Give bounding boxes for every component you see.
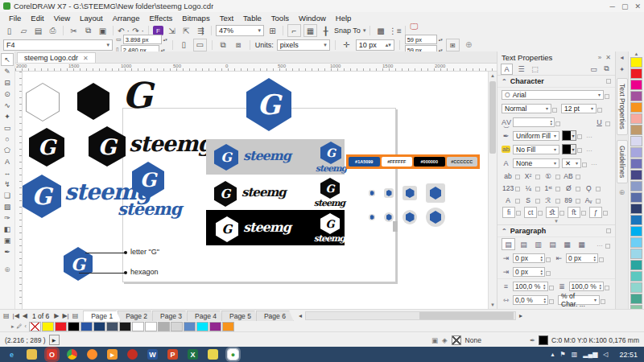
- letter-g-shape[interactable]: G: [122, 78, 152, 113]
- page-tab[interactable]: Page 2: [118, 311, 155, 322]
- snap-to-caret-icon[interactable]: ▾: [363, 27, 366, 34]
- outline-pen-tool[interactable]: ✒: [2, 246, 13, 257]
- right-indent-field[interactable]: 0 px▴▾: [566, 253, 598, 263]
- first-page-icon[interactable]: |◀: [13, 312, 19, 319]
- fill-color-swatch[interactable]: ▾: [562, 130, 576, 141]
- menu-item[interactable]: Table: [239, 13, 266, 23]
- drop-shadow-tool[interactable]: ❏: [2, 190, 13, 201]
- palette-swatch[interactable]: [630, 91, 642, 101]
- snap-to-label[interactable]: Snap To: [334, 27, 361, 35]
- palette-swatch[interactable]: [630, 260, 642, 270]
- show-grid-icon[interactable]: ╂: [320, 25, 332, 36]
- opentype-feature-button[interactable]: 123: [502, 183, 514, 193]
- palette-swatch[interactable]: [630, 237, 642, 248]
- save-icon[interactable]: ▤: [32, 25, 44, 36]
- document-palette-swatch[interactable]: [209, 322, 221, 331]
- duplicate-x-field[interactable]: 59 px: [405, 35, 437, 44]
- dock-arrow-icon[interactable]: ◂: [620, 54, 623, 61]
- opentype-feature-button[interactable]: ab: [502, 171, 514, 181]
- page-preset-combobox[interactable]: F4▾: [3, 39, 113, 51]
- print-icon[interactable]: ⎙: [47, 25, 59, 36]
- document-tab[interactable]: steemg Logo.cdr ✕: [17, 52, 96, 63]
- space-after-field[interactable]: 100,0 %▴▾: [569, 282, 605, 291]
- zoom-page-icon[interactable]: ⊞: [266, 25, 279, 36]
- menu-item[interactable]: Window: [295, 13, 330, 23]
- opentype-feature-button[interactable]: A: [502, 195, 514, 205]
- treat-as-filled-icon[interactable]: ⧆: [446, 39, 460, 51]
- play-icon[interactable]: ▶: [49, 335, 60, 345]
- portrait-icon[interactable]: ▯: [178, 39, 190, 51]
- last-page-icon[interactable]: ▶|: [62, 312, 68, 319]
- color-eyedropper-tool[interactable]: ✑: [2, 212, 13, 224]
- text-tool[interactable]: A: [2, 156, 13, 167]
- align-center-button[interactable]: ▥: [532, 239, 544, 249]
- page-tab[interactable]: Page 5: [221, 311, 259, 322]
- shape-tool[interactable]: ✎: [2, 66, 13, 77]
- steemg-wordmark-blue[interactable]: steemg: [118, 200, 179, 217]
- transparency-tool[interactable]: ▨: [2, 201, 13, 212]
- next-page-icon[interactable]: ▶: [54, 312, 59, 319]
- left-indent-field[interactable]: 0 px▴▾: [513, 267, 545, 277]
- open-icon[interactable]: ▱: [18, 25, 30, 36]
- menu-item[interactable]: File: [5, 13, 25, 23]
- align-none-button[interactable]: ▤: [502, 238, 515, 250]
- taskbar-app[interactable]: e: [6, 349, 17, 360]
- ellipse-tool[interactable]: ○: [2, 134, 13, 145]
- minimize-button[interactable]: ─: [610, 2, 615, 10]
- align-force-button[interactable]: ▦: [576, 239, 588, 249]
- character-tab-icon[interactable]: A: [501, 64, 513, 75]
- black-hexagon-shape[interactable]: [77, 83, 109, 120]
- document-tab-close-icon[interactable]: ✕: [83, 55, 89, 62]
- palette-swatch[interactable]: [630, 57, 642, 68]
- current-page-icon[interactable]: ⧈: [233, 39, 245, 51]
- palette-swatch[interactable]: [630, 125, 642, 135]
- add-page-icon[interactable]: ▤: [3, 312, 10, 319]
- menu-item[interactable]: Layout: [76, 13, 107, 23]
- document-palette-swatch[interactable]: [55, 322, 67, 331]
- fullscreen-preview-icon[interactable]: ⌐: [287, 24, 301, 37]
- nudge-field[interactable]: 10 px▴▾: [356, 39, 394, 51]
- palette-swatch[interactable]: [630, 192, 642, 203]
- vertical-ruler[interactable]: [15, 72, 23, 309]
- palette-scroll-icon[interactable]: ‹: [25, 323, 27, 329]
- drawing-canvas[interactable]: G G G steemg G steemg G steemg G G steem…: [23, 72, 488, 309]
- menu-item[interactable]: Edit: [27, 13, 47, 23]
- crop-tool[interactable]: ⊟: [2, 77, 13, 88]
- gray-banner[interactable]: G steemg G steemg: [206, 139, 345, 175]
- align-right-button[interactable]: ▤: [547, 239, 559, 249]
- options-icon[interactable]: ⧉: [601, 64, 612, 74]
- add-toolbar-icon[interactable]: ⊕: [463, 39, 475, 51]
- smart-fill-tool[interactable]: ▣: [2, 235, 13, 246]
- connector-tool[interactable]: ↯: [2, 179, 13, 190]
- zoom-level-combobox[interactable]: 47%▾: [216, 25, 264, 36]
- publish-icon[interactable]: ⇶: [195, 25, 207, 36]
- show-rulers-icon[interactable]: ▦: [303, 24, 317, 37]
- char-spacing-unit-combobox[interactable]: % of Char. ...▾: [558, 295, 600, 305]
- palette-swatch[interactable]: [630, 249, 642, 259]
- customize-toolbox-icon[interactable]: ⊕: [2, 264, 13, 275]
- align-justify-button[interactable]: ▦: [561, 239, 573, 249]
- font-size-combobox[interactable]: 12 pt▾: [561, 104, 597, 113]
- background-settings-icon[interactable]: …: [586, 146, 593, 153]
- docker-close-icon[interactable]: ✕: [605, 54, 611, 61]
- document-palette-swatch[interactable]: [68, 322, 80, 331]
- scrollbar-thumb[interactable]: [419, 312, 514, 319]
- align-more-icon[interactable]: …: [597, 241, 604, 248]
- palette-swatch[interactable]: [630, 113, 642, 124]
- palette-swatch[interactable]: [630, 147, 642, 158]
- dimension-tool[interactable]: ↔: [2, 167, 13, 179]
- tray-icon[interactable]: ▴: [551, 351, 555, 358]
- launcher-icon[interactable]: ⋮≡: [389, 25, 401, 36]
- duplicate-x-spinner[interactable]: ▴▾: [439, 37, 443, 42]
- steemg-wordmark-black[interactable]: steemg: [129, 133, 212, 154]
- outline-hexagon-shape[interactable]: [26, 83, 60, 121]
- icon-size-samples-square[interactable]: [369, 183, 481, 204]
- menu-item[interactable]: Arrange: [109, 13, 144, 23]
- black-banner[interactable]: G steemg G steemg: [206, 210, 345, 245]
- palette-swatch[interactable]: [630, 102, 642, 113]
- artistic-media-tool[interactable]: ✦: [2, 111, 13, 122]
- paste-icon[interactable]: ▣: [97, 25, 109, 36]
- menu-item[interactable]: Help: [332, 13, 356, 23]
- palette-flyout-icon[interactable]: ▸: [11, 323, 14, 330]
- document-palette-swatch[interactable]: [29, 322, 41, 331]
